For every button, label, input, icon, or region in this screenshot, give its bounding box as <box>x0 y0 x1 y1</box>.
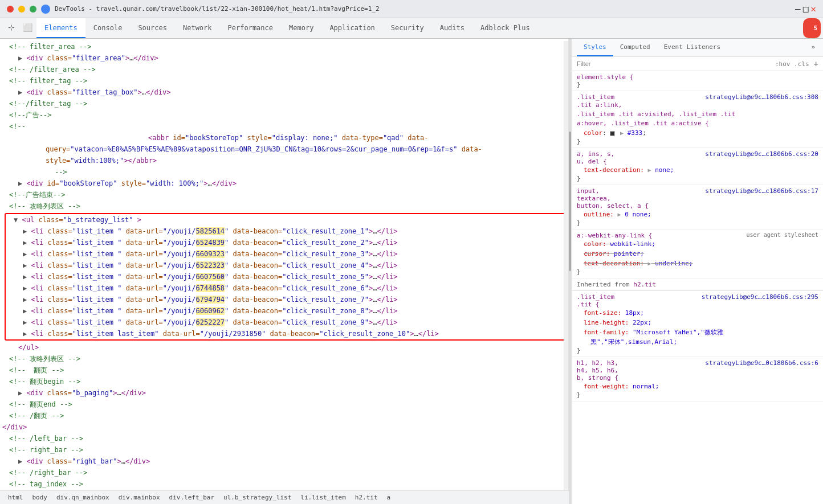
css-extra-selector: a:hover, .list_item .tit a:active { <box>577 119 818 128</box>
dom-line-li-7[interactable]: ▶ <li class="list_item " data-url="/youj… <box>6 294 565 305</box>
css-prop-font-size: font-size: 18px; <box>577 308 818 318</box>
dom-line-li-1[interactable]: ▶ <li class="list_item " data-url="/youj… <box>6 226 565 237</box>
window-title: DevTools - travel.qunar.com/travelbook/l… <box>55 5 791 13</box>
main-layout: <!-- filter_area --> ▶ <div class="filte… <box>0 39 823 504</box>
inspect-element-button[interactable]: ⊹ <box>5 21 18 34</box>
dom-line[interactable]: ▶ <div class="b_paging">…</div> <box>0 387 568 399</box>
tab-audits[interactable]: Audits <box>432 18 472 38</box>
breadcrumb-div-leftbar[interactable]: div.left_bar <box>166 493 218 502</box>
devtools-tab-bar: ⊹ ⬜ Elements Console Sources Network Per… <box>0 18 823 39</box>
dom-line: query="vatacon=%E8%A5%BF%E5%AE%89&vatapo… <box>0 144 568 155</box>
css-source[interactable]: strategyLib@e9c…1806b6.css:308 <box>705 93 818 101</box>
dom-line[interactable]: ▶ <div class="filter_area">…</div> <box>0 52 568 64</box>
dom-line-li-10[interactable]: ▶ <li class="list_item last_item" data-u… <box>6 328 565 339</box>
css-arrow-icon: ▶ <box>648 260 651 267</box>
error-badge[interactable]: ⊗ 5 <box>803 18 821 38</box>
styles-panel: Styles Computed Event Listeners » :hov .… <box>572 39 823 504</box>
dom-line[interactable]: ▶ <div class="filter_tag_box">…</div> <box>0 87 568 98</box>
window-minimize-icon[interactable]: — <box>795 3 801 14</box>
breadcrumb-body[interactable]: body <box>29 493 51 502</box>
window-close-icon[interactable]: ✕ <box>810 3 816 14</box>
dom-line: <!-- 攻略列表区 --> <box>0 200 568 212</box>
breadcrumb-h2[interactable]: h2.tit <box>352 493 381 502</box>
dom-line[interactable]: ▼ <ul class="b_strategy_list" > <box>6 214 565 226</box>
tab-security[interactable]: Security <box>383 18 432 38</box>
breadcrumb-div-mainbox2[interactable]: div.mainbox <box>115 493 164 502</box>
tab-network[interactable]: Network <box>175 18 220 38</box>
css-arrow-icon: ▶ <box>620 130 624 136</box>
tab-sources[interactable]: Sources <box>130 18 175 38</box>
styles-filter-input[interactable] <box>577 60 773 67</box>
breadcrumb-ul[interactable]: ul.b_strategy_list <box>220 493 295 502</box>
dom-line: <!-- tag_index --> <box>0 478 568 490</box>
css-source[interactable]: strategyLib@e9c…c1806b6.css:295 <box>702 293 818 301</box>
ul-highlighted-block: ▼ <ul class="b_strategy_list" > ▶ <li cl… <box>5 213 566 341</box>
dom-line-li-8[interactable]: ▶ <li class="list_item " data-url="/youj… <box>6 305 565 317</box>
css-source[interactable]: strategyLib@e9c…c1806b6.css:20 <box>705 150 818 158</box>
css-selector: h1, h2, h3, <box>577 359 618 367</box>
css-extra-selector: .tit a:link, <box>577 101 818 110</box>
css-extra-selector: .list_item .tit a:visited, .list_item .t… <box>577 110 818 119</box>
css-selector: .list_item <box>577 93 614 101</box>
minimize-window-button[interactable] <box>18 6 25 13</box>
css-arrow-icon: ▶ <box>618 211 621 218</box>
tab-adblock-plus[interactable]: Adblock Plus <box>472 18 538 38</box>
css-source[interactable]: strategyLib@e9c…0c1806b6.css:6 <box>705 359 818 367</box>
css-prop-color-webkit: color: webkit-link; <box>577 239 818 249</box>
dom-line-li-3[interactable]: ▶ <li class="list_item " data-url="/youj… <box>6 248 565 260</box>
dom-line: <!-- filter_area --> <box>0 41 568 52</box>
tab-more-button[interactable]: » <box>808 39 818 56</box>
dom-panel[interactable]: <!-- filter_area --> ▶ <div class="filte… <box>0 39 569 504</box>
dom-line: </div> <box>0 421 568 433</box>
css-arrow-icon: ▶ <box>648 167 651 173</box>
css-selector: a, ins, s, <box>577 150 614 158</box>
breadcrumb-div-mainbox[interactable]: div.qn_mainbox <box>53 493 113 502</box>
css-prop-text-deco-underline: text-decoration: ▶ underline; <box>577 259 818 268</box>
css-prop-cursor: cursor: pointer; <box>577 249 818 259</box>
dom-line-li-5[interactable]: ▶ <li class="list_item " data-url="/youj… <box>6 271 565 282</box>
add-style-button[interactable]: + <box>814 59 818 68</box>
dom-line: <!-- 翻页end --> <box>0 399 568 410</box>
dom-line-li-2[interactable]: ▶ <li class="list_item " data-url="/youj… <box>6 237 565 248</box>
css-rule-headings: h1, h2, h3, strategyLib@e9c…0c1806b6.css… <box>572 357 823 401</box>
maximize-window-button[interactable] <box>30 6 36 13</box>
dom-line: <!-- right_bar --> <box>0 444 568 456</box>
css-prop-font-weight: font-weight: normal; <box>577 382 818 391</box>
color-swatch[interactable] <box>610 131 615 136</box>
tab-application[interactable]: Application <box>321 18 382 38</box>
tab-computed[interactable]: Computed <box>613 39 657 56</box>
css-source[interactable]: strategyLib@e9c…c1806b6.css:17 <box>705 187 818 195</box>
styles-filter-bar: :hov .cls + <box>572 57 823 71</box>
user-agent-label: user agent stylesheet <box>747 232 818 239</box>
breadcrumb-li[interactable]: li.list_item <box>297 493 349 502</box>
dom-line: <!-- 翻页begin --> <box>0 376 568 387</box>
tab-styles[interactable]: Styles <box>577 39 613 56</box>
dom-line-li-6[interactable]: ▶ <li class="list_item " data-url="/youj… <box>6 282 565 294</box>
window-maximize-icon[interactable]: □ <box>803 3 809 14</box>
dom-line-li-9[interactable]: ▶ <li class="list_item " data-url="/youj… <box>6 317 565 328</box>
css-rule-input-textarea: input, strategyLib@e9c…c1806b6.css:17 te… <box>572 185 823 230</box>
dom-line-li-4[interactable]: ▶ <li class="list_item " data-url="/youj… <box>6 260 565 271</box>
breadcrumb-a[interactable]: a <box>384 493 394 502</box>
inherited-elem[interactable]: h2.tit <box>633 281 656 288</box>
tab-performance[interactable]: Performance <box>220 18 281 38</box>
css-prop-line-height: line-height: 22px; <box>577 318 818 327</box>
tab-elements[interactable]: Elements <box>36 18 85 38</box>
dom-line: <!--广告--> <box>0 109 568 121</box>
device-toggle-button[interactable]: ⬜ <box>21 21 34 34</box>
css-prop-font-family-cont: 黑","宋体",simsun,Arial; <box>577 337 818 347</box>
css-selector: a:-webkit-any-link { <box>577 232 652 239</box>
tab-event-listeners[interactable]: Event Listeners <box>657 39 727 56</box>
styles-panel-tabs: Styles Computed Event Listeners » <box>572 39 823 57</box>
dom-line[interactable]: ▶ <div id="bookStoreTop" style="width: 1… <box>0 178 568 189</box>
tab-memory[interactable]: Memory <box>281 18 321 38</box>
dom-line: <abbr id="bookStoreTop" style="display: … <box>0 132 568 144</box>
dom-scrollbar[interactable] <box>569 39 572 504</box>
breadcrumb-bar: html body div.qn_mainbox div.mainbox div… <box>0 490 569 504</box>
tab-console[interactable]: Console <box>85 18 131 38</box>
chrome-logo-icon <box>41 5 50 14</box>
dom-line[interactable]: ▶ <div class="right_bar">…</div> <box>0 456 568 467</box>
dom-line: style="width:100%;"></abbr> <box>0 155 568 166</box>
breadcrumb-html[interactable]: html <box>5 493 27 502</box>
close-window-button[interactable] <box>7 6 14 13</box>
